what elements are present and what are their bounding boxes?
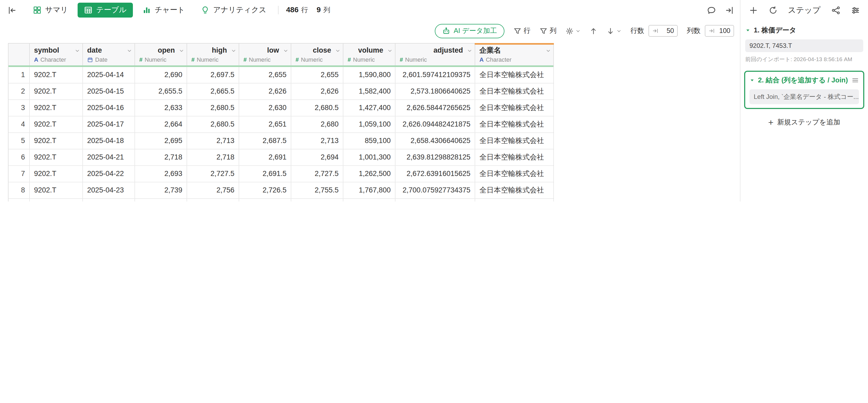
sliders-icon[interactable] — [849, 4, 862, 17]
table-cell[interactable]: 2,690 — [135, 67, 187, 83]
table-cell[interactable]: 1,059,100 — [343, 117, 396, 132]
column-header-close[interactable]: close#Numeric — [291, 43, 343, 65]
table-cell[interactable]: 1,582,400 — [343, 84, 396, 99]
download-button[interactable] — [607, 27, 621, 35]
table-cell[interactable]: 全日本空輸株式会社 — [475, 182, 554, 198]
tab-chart[interactable]: チャート — [136, 3, 191, 18]
cols-per-page-input[interactable]: 100 — [705, 25, 734, 37]
table-cell[interactable]: 2,601.597412109375 — [396, 67, 475, 83]
column-menu-chevron-icon[interactable] — [74, 48, 80, 54]
column-menu-chevron-icon[interactable] — [179, 48, 184, 54]
table-cell[interactable]: 2,672.63916015625 — [396, 166, 475, 182]
table-cell[interactable]: 2,680.5 — [187, 117, 239, 132]
table-cell[interactable]: 9202.T — [30, 149, 83, 165]
table-cell[interactable]: 全日本空輸株式会社 — [475, 117, 554, 132]
table-cell[interactable]: 2,639.81298828125 — [396, 149, 475, 165]
table-cell[interactable]: 2,691 — [239, 149, 291, 165]
table-cell[interactable]: 9202.T — [30, 117, 83, 132]
column-header-date[interactable]: dateDate — [83, 43, 135, 65]
table-cell[interactable]: 9202.T — [30, 166, 83, 182]
column-header-symbol[interactable]: symbolACharacter — [30, 43, 83, 65]
table-cell[interactable]: 2,695 — [135, 133, 187, 149]
table-cell[interactable]: 9202.T — [30, 133, 83, 149]
table-cell[interactable]: 9202.T — [30, 100, 83, 116]
table-cell[interactable]: 1,262,500 — [343, 166, 396, 182]
table-cell[interactable]: 2025-04-16 — [83, 100, 135, 116]
column-header-low[interactable]: low#Numeric — [239, 43, 291, 65]
flow-icon[interactable] — [829, 4, 842, 17]
table-cell[interactable]: 2,633 — [135, 100, 187, 116]
table-cell[interactable]: 2,713 — [291, 133, 343, 149]
table-cell[interactable]: 2,630 — [239, 100, 291, 116]
column-menu-chevron-icon[interactable] — [467, 48, 472, 54]
table-cell[interactable]: 全日本空輸株式会社 — [475, 166, 554, 182]
table-cell[interactable]: 2,739 — [135, 182, 187, 198]
table-cell[interactable]: 2025-04-14 — [83, 67, 135, 83]
table-cell[interactable]: 1,590,800 — [343, 67, 396, 83]
column-menu-chevron-icon[interactable] — [126, 48, 132, 54]
table-cell[interactable]: 2,680 — [291, 117, 343, 132]
table-cell[interactable]: 2,765 — [187, 199, 239, 202]
table-cell[interactable]: 2,727.5 — [187, 166, 239, 182]
table-cell[interactable]: 2,665.5 — [187, 84, 239, 99]
tab-table[interactable]: テーブル — [78, 3, 133, 18]
table-cell[interactable]: 2,724 — [239, 199, 291, 202]
table-cell[interactable]: 2,687.5 — [239, 133, 291, 149]
table-cell[interactable]: 2,658.4306640625 — [396, 133, 475, 149]
step-expander-icon[interactable] — [749, 78, 755, 83]
upload-button[interactable] — [589, 27, 597, 35]
comment-icon[interactable] — [705, 4, 718, 17]
step-summary[interactable]: Left Join, `企業名データ - 株式コー... — [749, 89, 859, 104]
table-cell[interactable]: 2025-04-21 — [83, 149, 135, 165]
table-cell[interactable]: 全日本空輸株式会社 — [475, 84, 554, 99]
table-cell[interactable]: 2,626.58447265625 — [396, 100, 475, 116]
table-cell[interactable]: 2025-04-24 — [83, 199, 135, 202]
column-header-open[interactable]: open#Numeric — [135, 43, 187, 65]
filter-columns-button[interactable]: 列 — [539, 26, 557, 36]
tab-summary[interactable]: サマリ — [27, 3, 74, 18]
table-cell[interactable]: 1,767,800 — [343, 182, 396, 198]
table-cell[interactable]: 2,673.12890625 — [396, 199, 475, 202]
table-cell[interactable]: 2,655 — [291, 67, 343, 83]
table-cell[interactable]: 9202.T — [30, 84, 83, 99]
table-cell[interactable]: 2,718 — [135, 149, 187, 165]
expand-right-icon[interactable] — [723, 4, 736, 17]
table-cell[interactable]: 2,727.5 — [291, 166, 343, 182]
table-cell[interactable]: 2,697.5 — [187, 67, 239, 83]
table-cell[interactable]: 2,655.5 — [135, 84, 187, 99]
table-cell[interactable]: 2,759 — [135, 199, 187, 202]
table-cell[interactable]: 2,651 — [239, 117, 291, 132]
ai-data-wrangle-button[interactable]: AI データ加工 — [435, 24, 504, 38]
table-cell[interactable]: 2025-04-23 — [83, 182, 135, 198]
rows-per-page-input[interactable]: 50 — [649, 25, 678, 37]
table-cell[interactable]: 2,694 — [291, 149, 343, 165]
table-cell[interactable]: 2,664 — [135, 117, 187, 132]
table-cell[interactable]: 2025-04-15 — [83, 84, 135, 99]
table-cell[interactable]: 2,680.5 — [291, 100, 343, 116]
column-header-企業名[interactable]: 企業名ACharacter — [475, 43, 554, 65]
step-2[interactable]: 2. 結合 (列を追加する / Join)Left Join, `企業名データ … — [744, 71, 864, 109]
table-cell[interactable]: 2,626 — [239, 84, 291, 99]
table-cell[interactable]: 2,655 — [239, 67, 291, 83]
table-cell[interactable]: 2,756 — [187, 182, 239, 198]
step-summary[interactable]: 9202.T, 7453.T — [745, 39, 863, 52]
table-cell[interactable]: 2,691.5 — [239, 166, 291, 182]
table-cell[interactable]: 全日本空輸株式会社 — [475, 133, 554, 149]
table-cell[interactable]: 1,279,500 — [343, 199, 396, 202]
table-cell[interactable]: 2,726.5 — [239, 182, 291, 198]
add-icon[interactable] — [747, 4, 760, 17]
table-cell[interactable]: 2025-04-22 — [83, 166, 135, 182]
table-cell[interactable]: 9202.T — [30, 67, 83, 83]
column-menu-chevron-icon[interactable] — [335, 48, 341, 54]
table-cell[interactable]: 2,755.5 — [291, 182, 343, 198]
table-cell[interactable]: 全日本空輸株式会社 — [475, 100, 554, 116]
table-cell[interactable]: 2,728 — [291, 199, 343, 202]
table-cell[interactable]: 859,100 — [343, 133, 396, 149]
table-cell[interactable]: 全日本空輸株式会社 — [475, 67, 554, 83]
filter-rows-button[interactable]: 行 — [514, 26, 530, 36]
step-1[interactable]: 1. 株価データ9202.T, 7453.T前回のインポート: 2026-04-… — [744, 22, 864, 66]
column-menu-chevron-icon[interactable] — [231, 48, 237, 54]
table-cell[interactable]: 1,427,400 — [343, 100, 396, 116]
table-cell[interactable]: 9202.T — [30, 199, 83, 202]
add-new-step-button[interactable]: + 新規ステップを追加 — [740, 118, 868, 127]
